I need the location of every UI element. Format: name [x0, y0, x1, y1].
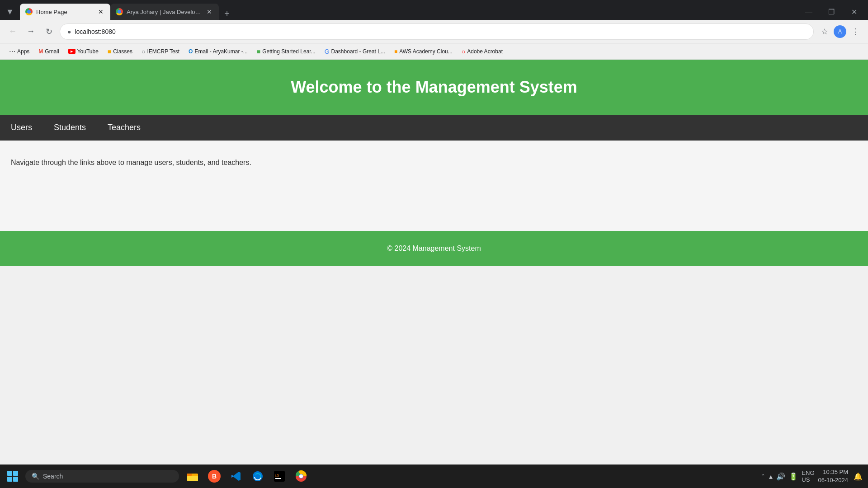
- site-content: Navigate through the links above to mana…: [0, 141, 868, 231]
- current-time: 10:35 PM: [818, 468, 849, 476]
- bookmark-email[interactable]: O Email - AryaKumar -...: [185, 47, 251, 56]
- start-button[interactable]: [4, 467, 22, 485]
- site-header: Welcome to the Management System: [0, 60, 868, 115]
- refresh-button[interactable]: ↻: [42, 24, 56, 39]
- bookmark-youtube-label: YouTube: [77, 48, 99, 55]
- file-explorer-icon: [186, 470, 199, 483]
- tab-favicon-chrome-2: [116, 8, 123, 15]
- back-button[interactable]: ←: [5, 24, 20, 39]
- bookmark-dashboard[interactable]: G Dashboard - Great L...: [321, 46, 389, 57]
- browser-menu-button[interactable]: ⋮: [848, 24, 863, 39]
- tab-home-page[interactable]: Home Page ✕: [20, 4, 110, 20]
- bookmark-email-label: Email - AryaKumar -...: [194, 48, 247, 55]
- bookmark-aws[interactable]: ■ AWS Academy Clou...: [391, 47, 456, 56]
- taskbar-app-edge[interactable]: [248, 466, 268, 486]
- nav-students[interactable]: Students: [43, 115, 97, 141]
- taskbar-search-icon: 🔍: [32, 473, 39, 480]
- bookmark-adobe[interactable]: ○ Adobe Acrobat: [458, 46, 506, 57]
- bookmark-classes-label: Classes: [113, 48, 132, 55]
- svg-text:IJ: IJ: [275, 474, 279, 478]
- current-date: 06-10-2024: [818, 476, 849, 484]
- taskbar-app-chrome[interactable]: [291, 466, 311, 486]
- bookmark-aws-label: AWS Academy Clou...: [399, 48, 453, 55]
- bookmark-gmail[interactable]: M Gmail: [35, 47, 62, 56]
- bookmark-gmail-label: Gmail: [45, 48, 59, 55]
- tabs-container: Home Page ✕ Arya Johary | Java Developer…: [20, 4, 798, 20]
- address-security-icon: ●: [67, 28, 71, 35]
- svg-rect-7: [275, 478, 281, 479]
- svg-point-11: [299, 474, 303, 478]
- site-title: Welcome to the Management System: [9, 78, 859, 97]
- tab-bar: ▼ Home Page ✕ Arya Johary | Java Develop…: [0, 0, 868, 20]
- address-bar[interactable]: ●: [60, 23, 814, 40]
- bookmark-getting-started-label: Getting Started Lear...: [262, 48, 315, 55]
- footer-text: © 2024 Management System: [9, 244, 859, 253]
- site-nav: Users Students Teachers: [0, 115, 868, 141]
- svg-marker-4: [231, 475, 233, 478]
- dashboard-icon: G: [325, 48, 330, 55]
- bookmark-dashboard-label: Dashboard - Great L...: [331, 48, 385, 55]
- bookmark-getting-started[interactable]: ■ Getting Started Lear...: [253, 46, 319, 57]
- nav-teachers[interactable]: Teachers: [97, 115, 151, 141]
- tab-close-arya[interactable]: ✕: [205, 8, 213, 16]
- language-indicator: ENG US: [802, 469, 814, 483]
- taskbar-app-jetbrains[interactable]: IJ: [269, 466, 289, 486]
- bookmark-star-button[interactable]: ☆: [817, 24, 832, 39]
- bookmark-adobe-label: Adobe Acrobat: [467, 48, 503, 55]
- nav-actions: ☆ A ⋮: [817, 24, 863, 39]
- window-controls: — ❐ ✕: [798, 5, 864, 19]
- iemcrp-icon: ○: [142, 48, 145, 55]
- bookmarks-bar: ⋯ Apps M Gmail ▶ YouTube ■ Classes ○ IEM…: [0, 43, 868, 60]
- taskbar-app-vscode[interactable]: [226, 466, 246, 486]
- profile-avatar[interactable]: A: [834, 25, 846, 38]
- youtube-icon: ▶: [68, 49, 75, 54]
- wifi-icon: ▴: [769, 472, 773, 481]
- nav-bar: ← → ↻ ● ☆ A ⋮: [0, 20, 868, 43]
- website: Welcome to the Management System Users S…: [0, 60, 868, 266]
- tab-history: ▼: [4, 5, 16, 18]
- classes-icon: ■: [108, 48, 111, 55]
- edge-icon: [251, 470, 264, 483]
- close-button[interactable]: ✕: [844, 5, 864, 19]
- taskbar-right: ⌃ ▴ 🔊 🔋 ENG US 10:35 PM 06-10-2024 🔔: [761, 468, 864, 484]
- taskbar-search[interactable]: 🔍 Search: [25, 470, 179, 483]
- browser-chrome: ▼ Home Page ✕ Arya Johary | Java Develop…: [0, 0, 868, 60]
- tab-title-arya: Arya Johary | Java Developer: [127, 9, 202, 15]
- tab-title-home: Home Page: [36, 9, 93, 15]
- bookmark-youtube[interactable]: ▶ YouTube: [65, 47, 102, 56]
- bookmark-apps[interactable]: ⋯ Apps: [5, 46, 33, 57]
- notification-bell[interactable]: 🔔: [852, 470, 864, 483]
- brave-browser-icon: B: [208, 470, 221, 483]
- bookmark-apps-label: Apps: [17, 48, 29, 55]
- language-code: ENG: [802, 469, 814, 476]
- bookmark-classes[interactable]: ■ Classes: [104, 46, 136, 57]
- site-description: Navigate through the links above to mana…: [11, 159, 857, 167]
- tab-dropdown-button[interactable]: ▼: [4, 5, 16, 18]
- aws-icon: ■: [394, 48, 397, 55]
- taskbar-app-files[interactable]: [183, 466, 203, 486]
- windows-logo-icon: [7, 471, 18, 482]
- nav-users[interactable]: Users: [0, 115, 43, 141]
- forward-button[interactable]: →: [24, 24, 38, 39]
- apps-grid-icon: ⋯: [9, 48, 15, 55]
- address-input[interactable]: [75, 28, 806, 35]
- taskbar-search-text: Search: [43, 473, 63, 480]
- taskbar-app-brave[interactable]: B: [204, 466, 224, 486]
- maximize-button[interactable]: ❐: [821, 5, 842, 19]
- vscode-icon: [230, 470, 242, 483]
- outlook-icon: O: [189, 48, 193, 55]
- site-footer: © 2024 Management System: [0, 231, 868, 266]
- taskbar-time[interactable]: 10:35 PM 06-10-2024: [818, 468, 849, 484]
- adobe-icon: ○: [462, 48, 465, 55]
- tab-close-home[interactable]: ✕: [97, 8, 105, 16]
- tab-arya-johary[interactable]: Arya Johary | Java Developer ✕: [110, 4, 219, 20]
- volume-icon: 🔊: [776, 472, 785, 481]
- new-tab-button[interactable]: +: [221, 7, 233, 20]
- learn-icon: ■: [257, 48, 260, 55]
- svg-rect-1: [187, 474, 192, 476]
- system-tray-expand[interactable]: ⌃: [761, 473, 765, 479]
- taskbar: 🔍 Search B: [0, 465, 868, 488]
- taskbar-apps: B IJ: [183, 466, 311, 486]
- bookmark-iemcrp[interactable]: ○ IEMCRP Test: [138, 46, 183, 57]
- minimize-button[interactable]: —: [798, 5, 819, 19]
